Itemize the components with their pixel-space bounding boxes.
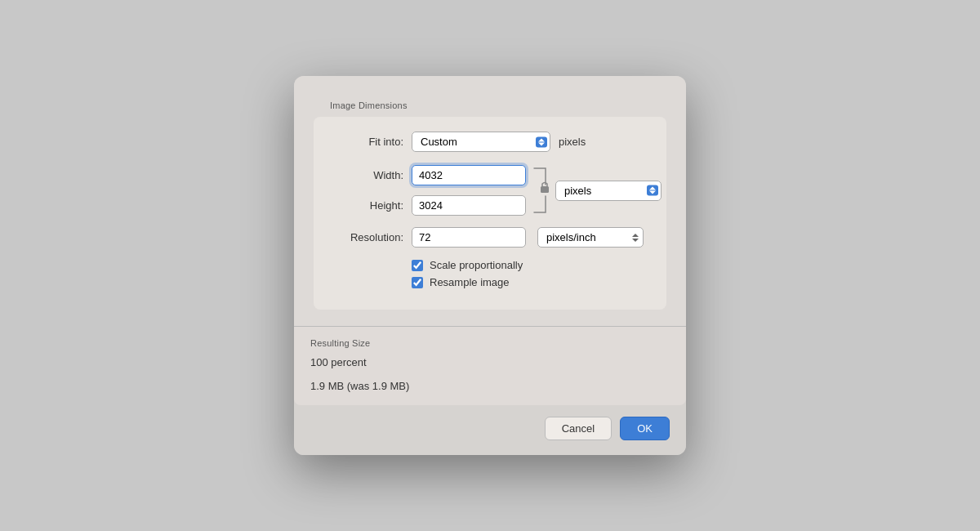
resample-image-label[interactable]: Resample image (430, 276, 510, 288)
resolution-row: Resolution: pixels/inch pixels/cm (330, 227, 650, 248)
height-input[interactable] (412, 195, 526, 216)
svg-rect-0 (541, 186, 549, 193)
result-percent: 100 percent (310, 356, 670, 368)
height-row: Height: (330, 195, 526, 216)
resulting-size-title: Resulting Size (310, 338, 370, 348)
fit-into-select[interactable]: Custom (412, 132, 550, 152)
resample-image-row: Resample image (412, 276, 650, 288)
checkbox-section: Scale proportionally Resample image (330, 259, 650, 288)
height-label: Height: (330, 199, 403, 212)
dialog-footer: Cancel OK (294, 405, 686, 455)
resolution-input[interactable] (412, 227, 526, 248)
wh-labels-inputs: Width: Height: (330, 165, 526, 216)
width-row: Width: (330, 165, 526, 185)
resolution-label: Resolution: (330, 231, 403, 243)
fit-into-unit: pixels (559, 136, 586, 148)
width-input[interactable] (412, 165, 526, 185)
fit-into-select-wrapper: Custom (412, 132, 550, 152)
fit-into-label: Fit into: (330, 136, 403, 148)
lock-bracket-area (531, 167, 550, 214)
resample-image-checkbox[interactable] (412, 277, 423, 288)
wh-container: Width: Height: (330, 165, 662, 216)
resulting-size-header: Resulting Size (310, 338, 670, 356)
width-label: Width: (330, 169, 403, 181)
scale-proportionally-row: Scale proportionally (412, 259, 650, 271)
scale-proportionally-label[interactable]: Scale proportionally (430, 259, 523, 271)
image-dimensions-header: Image Dimensions (314, 89, 666, 117)
image-dimensions-section: Image Dimensions Fit into: Custom (294, 76, 686, 326)
image-dimensions-body: Fit into: Custom pixels (314, 117, 666, 310)
resulting-size-section: Resulting Size 100 percent 1.9 MB (was 1… (294, 326, 686, 405)
width-height-row: Width: Height: (330, 165, 650, 216)
dimension-unit-select[interactable]: pixels percent inches cm (555, 181, 662, 201)
image-dimensions-dialog: Image Dimensions Fit into: Custom (294, 76, 686, 455)
scale-proportionally-checkbox[interactable] (412, 260, 423, 271)
lock-bracket-svg (531, 167, 550, 214)
fit-into-row: Fit into: Custom pixels (330, 132, 650, 152)
result-size: 1.9 MB (was 1.9 MB) (310, 380, 670, 392)
cancel-button[interactable]: Cancel (545, 417, 612, 440)
resulting-size-body: Resulting Size 100 percent 1.9 MB (was 1… (294, 327, 686, 405)
image-dimensions-title: Image Dimensions (330, 100, 408, 110)
resolution-unit-select-wrapper: pixels/inch pixels/cm (537, 227, 644, 248)
resolution-unit-select[interactable]: pixels/inch pixels/cm (537, 227, 644, 248)
resolution-unit-wrapper: pixels/inch pixels/cm (537, 227, 644, 248)
dimension-unit-wrapper: pixels percent inches cm (555, 181, 662, 201)
ok-button[interactable]: OK (620, 417, 670, 440)
